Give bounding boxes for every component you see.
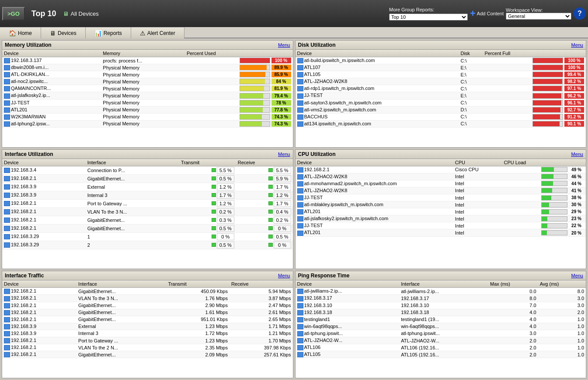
table-row: atl-build.ipswitch_m.ipswitch.com C:\ 10… [296, 57, 586, 64]
ping-panel-menu[interactable]: Menu [571, 273, 583, 278]
iu-receive: 0 % [236, 224, 293, 232]
disk-pct: 92.7 % [483, 106, 586, 113]
add-content-label[interactable]: Add Content [477, 11, 504, 16]
interface-traffic-menu[interactable]: Menu [278, 273, 290, 278]
help-button[interactable]: ? [574, 7, 586, 20]
interface-traffic-table: Device Interface Transmit Receive 192.16… [2, 280, 293, 358]
memory-col-device: Device [2, 50, 101, 57]
table-row: JJ-TEST E:\ 96.2 % [296, 92, 586, 99]
it-transmit: 2.90 Mbps [166, 302, 230, 309]
cpu-cpu: Intel [453, 229, 502, 236]
disk-device: ATL-JZHAO2-W2K8 [296, 78, 459, 85]
plus-icon: + [470, 8, 476, 19]
it-transmit: 951.01 Kbps [166, 316, 230, 323]
cpu-cpu: Intel [453, 201, 502, 208]
cpu-load: 38 % [502, 194, 586, 201]
workspace-select[interactable]: General [506, 13, 571, 20]
it-device: 192.168.3.9 [2, 323, 77, 330]
iu-transmit: 0.5 % [179, 224, 236, 232]
table-row: atl-sayton3.ipswitch_m.ipswitch.com C:\ … [296, 99, 586, 106]
table-row: 192.168.2.1 GigabitEthernet... 1.61 Mbps… [2, 309, 293, 316]
cpu-load: 30 % [502, 201, 586, 208]
it-receive: 2.65 Mbps [230, 316, 293, 323]
it-col-receive: Receive [230, 280, 293, 288]
iu-device: 192.168.3.29 [2, 241, 86, 249]
it-interface: Port to Gateway ... [77, 337, 166, 344]
iu-interface: Port to Gateway ... [86, 199, 179, 207]
ping-interface: 192.168.3.18 [399, 309, 488, 316]
table-row: 192.168.2.1 GigabitEthernet... 2.09 Mbps… [2, 351, 293, 358]
disk-disk: C:\ [459, 113, 483, 120]
ping-col-max: Max (ms) [488, 280, 538, 288]
table-row: ATL201 Intel 29 % [296, 208, 586, 215]
memory-col-memory: Memory [101, 50, 185, 57]
reports-icon: 📊 [94, 30, 102, 37]
iu-col-device: Device [2, 159, 86, 166]
ping-avg: 2.0 [538, 309, 586, 316]
cpu-load: 29 % [502, 208, 586, 215]
mem-device: atl-tphung2.ipsw... [2, 120, 101, 127]
go-button[interactable]: >GO [2, 7, 25, 21]
ping-interface: atl-tphung.ipswit... [399, 330, 488, 337]
nav-tab-devices[interactable]: 🖥 Devices [41, 27, 86, 38]
ping-interface: testingland1 (19... [399, 316, 488, 323]
it-device: 192.168.2.1 [2, 351, 77, 358]
cpu-cpu: Intel [453, 208, 502, 215]
iu-device: 192.168.3.9 [2, 183, 86, 191]
mem-memory: Physical Memory [101, 85, 185, 92]
table-row: atl-jslafkosky2.ip... Physical Memory 79… [2, 92, 293, 99]
table-row: atl-mblakley.ipswitch_m.ipswitch.com Int… [296, 201, 586, 208]
disk-table: Device Disk Percent Full atl-build.ipswi… [296, 50, 586, 128]
iu-transmit: 0.2 % [179, 207, 236, 216]
ping-interface: 192.168.3.10 [399, 302, 488, 309]
memory-panel-menu[interactable]: Menu [278, 42, 290, 48]
table-row: 192.168.2.1 Cisco CPU 49 % [296, 166, 586, 173]
disk-panel-menu[interactable]: Menu [571, 42, 583, 48]
mem-device: JJ-TEST [2, 99, 101, 106]
ping-max: 3.0 [488, 330, 538, 337]
cpu-load: 44 % [502, 180, 586, 187]
ping-avg: 1.0 [538, 344, 586, 351]
iu-interface: Connection to P... [86, 166, 179, 174]
table-row: ATL-JZHAO2-W2K8 Intel 46 % [296, 173, 586, 180]
ping-interface: atl-jwilliams-2.ip... [399, 288, 488, 295]
all-devices-label: All Devices [71, 10, 99, 17]
nav-alert-label: Alert Center [147, 30, 175, 36]
memory-utilization-panel: Memory Utilization Menu Device Memory Pe… [2, 40, 293, 148]
iu-receive: 0 % [236, 241, 293, 249]
ping-interface: ATL-JZHAO2-W... [399, 337, 488, 344]
ping-max: 2.0 [488, 351, 538, 358]
nav-tab-alert[interactable]: ⚠ Alert Center [131, 27, 184, 38]
it-interface: External [77, 323, 166, 330]
cpu-device: 192.168.2.1 [296, 166, 453, 173]
iu-interface: 1 [86, 232, 179, 241]
cpu-panel-menu[interactable]: Menu [571, 152, 583, 157]
ping-panel-header: Ping Response Time Menu [296, 271, 586, 280]
iu-device: 192.168.2.1 [2, 224, 86, 232]
cpu-col-device: Device [296, 159, 453, 166]
table-row: JJ-TEST Intel 22 % [296, 222, 586, 229]
nav-tab-home[interactable]: 🏠 Home [0, 27, 41, 38]
iu-device: 192.168.3.29 [2, 232, 86, 241]
iu-transmit: 5.5 % [179, 166, 236, 174]
table-row: 192.168.2.1 VLAN To the 3 N... 0.2 % 0.4… [2, 207, 293, 216]
iu-device: 192.168.2.1 [2, 216, 86, 224]
interface-util-header: Interface Utilization Menu [2, 150, 293, 159]
mem-pct: 100 % [185, 57, 293, 64]
table-row: BACCHUS C:\ 91.2 % [296, 113, 586, 120]
disk-device: atl-vms2.ipswitch_m.ipswitch.com [296, 106, 459, 113]
more-group-select[interactable]: Top 10 [389, 14, 468, 21]
iu-interface: GigabitEthernet... [86, 174, 179, 183]
table-row: 192.168.3.29 2 0.5 % 0 % [2, 241, 293, 249]
interface-util-menu[interactable]: Menu [278, 152, 290, 157]
disk-disk: C:\ [459, 99, 483, 106]
disk-disk: D:\ [459, 106, 483, 113]
disk-disk: C:\ [459, 120, 483, 127]
iu-transmit: 0.3 % [179, 216, 236, 224]
ping-device: ATL105 [296, 351, 400, 358]
ping-device: ATL106 [296, 344, 400, 351]
nav-devices-label: Devices [58, 30, 77, 36]
table-row: ATL-JZHAO2-W... ATL-JZHAO2-W... 2.0 1.0 [296, 337, 586, 344]
nav-tab-reports[interactable]: 📊 Reports [86, 27, 131, 38]
mem-memory: Physical Memory [101, 92, 185, 99]
